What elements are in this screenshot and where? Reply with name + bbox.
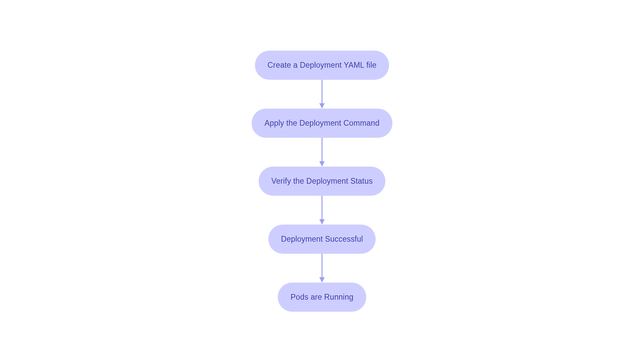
svg-marker-1 — [319, 103, 325, 109]
flow-arrow — [318, 196, 326, 225]
svg-marker-7 — [319, 277, 325, 283]
flow-arrow — [318, 254, 326, 283]
flow-node: Verify the Deployment Status — [259, 167, 385, 196]
flow-node: Deployment Successful — [268, 225, 376, 254]
svg-marker-5 — [319, 219, 325, 225]
flow-node: Apply the Deployment Command — [252, 109, 392, 138]
flow-node: Pods are Running — [278, 283, 366, 312]
flow-arrow — [318, 138, 326, 167]
flow-node: Create a Deployment YAML file — [255, 51, 389, 80]
svg-marker-3 — [319, 161, 325, 167]
flowchart-container: Create a Deployment YAML file Apply the … — [252, 51, 392, 312]
flow-arrow — [318, 80, 326, 109]
